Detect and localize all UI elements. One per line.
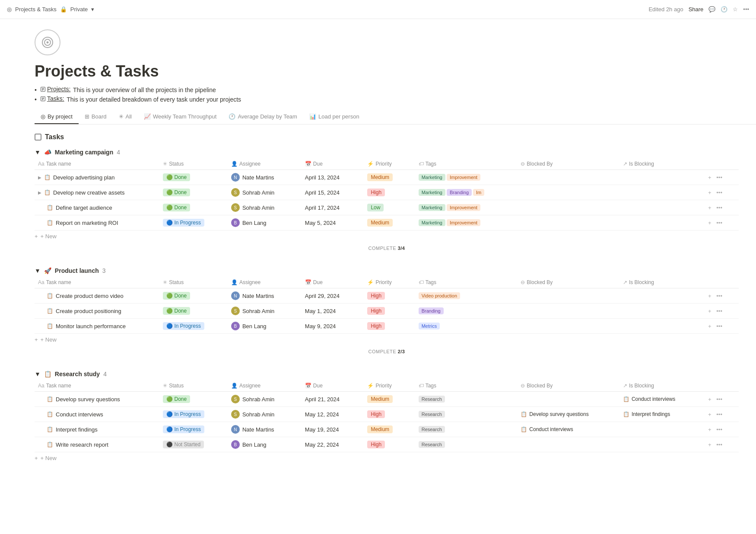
task-name-text[interactable]: Develop survey questions bbox=[56, 396, 120, 403]
task-name-text[interactable]: Develop advertising plan bbox=[53, 174, 114, 181]
more-options-icon[interactable]: ••• bbox=[716, 441, 722, 448]
group-header-2[interactable]: ▼ 📋 Research study 4 bbox=[35, 368, 739, 380]
projects-link[interactable]: Projects: bbox=[47, 86, 70, 93]
priority-badge[interactable]: Medium bbox=[367, 173, 393, 181]
collapse-arrow[interactable]: ▼ bbox=[35, 371, 41, 377]
more-options-icon[interactable]: ••• bbox=[716, 189, 722, 196]
tag[interactable]: Research bbox=[419, 426, 445, 433]
task-name-text[interactable]: Monitor launch performance bbox=[56, 323, 126, 329]
tab-all[interactable]: ✳ All bbox=[113, 110, 138, 124]
status-badge[interactable]: 🟢 Done bbox=[163, 204, 190, 211]
task-name-text[interactable]: Develop new creative assets bbox=[53, 189, 124, 196]
tag[interactable]: Marketing bbox=[419, 204, 445, 211]
more-options-icon[interactable]: ••• bbox=[716, 411, 722, 418]
more-options-icon[interactable]: ••• bbox=[716, 323, 722, 329]
status-badge[interactable]: 🟢 Done bbox=[163, 173, 190, 181]
chevron-down-icon[interactable]: ▾ bbox=[91, 6, 94, 13]
tag[interactable]: Improvement bbox=[447, 174, 480, 181]
more-options-icon[interactable]: ••• bbox=[716, 293, 722, 299]
tag[interactable]: Marketing bbox=[419, 219, 445, 226]
status-badge[interactable]: 🟢 Done bbox=[163, 292, 190, 300]
more-icon[interactable]: ••• bbox=[743, 6, 749, 13]
tag[interactable]: Research bbox=[419, 441, 445, 448]
more-options-icon[interactable]: ••• bbox=[716, 174, 722, 181]
status-badge[interactable]: 🔵 In Progress bbox=[163, 425, 204, 433]
tab-board[interactable]: ⊞ Board bbox=[79, 110, 113, 124]
add-icon[interactable]: + bbox=[708, 174, 712, 181]
add-new-button[interactable]: + + New bbox=[35, 334, 739, 345]
tag[interactable]: Improvement bbox=[447, 219, 480, 226]
priority-badge[interactable]: Medium bbox=[367, 395, 393, 403]
star-icon[interactable]: ☆ bbox=[733, 6, 738, 13]
priority-badge[interactable]: Medium bbox=[367, 219, 393, 227]
desc-tasks: • Tasks: This is your detailed breakdown… bbox=[35, 95, 756, 103]
tag[interactable]: Branding bbox=[419, 307, 444, 314]
more-options-icon[interactable]: ••• bbox=[716, 205, 722, 211]
task-name-text[interactable]: Interpret findings bbox=[56, 426, 98, 433]
tag[interactable]: Improvement bbox=[447, 204, 480, 211]
task-name-text[interactable]: Conduct interviews bbox=[56, 411, 103, 418]
expand-arrow[interactable]: ▶ bbox=[38, 175, 41, 180]
priority-badge[interactable]: High bbox=[367, 410, 385, 418]
add-icon[interactable]: + bbox=[708, 426, 712, 433]
status-badge[interactable]: 🟢 Done bbox=[163, 189, 190, 196]
col-header-tags: 🏷 Tags bbox=[415, 380, 518, 392]
more-options-icon[interactable]: ••• bbox=[716, 308, 722, 314]
tab-load[interactable]: 📊 Load per person bbox=[303, 110, 365, 124]
tab-delay[interactable]: 🕐 Average Delay by Team bbox=[222, 110, 303, 124]
comment-icon[interactable]: 💬 bbox=[708, 6, 715, 13]
tab-by-project[interactable]: ◎ By project bbox=[35, 110, 79, 124]
collapse-arrow[interactable]: ▼ bbox=[35, 149, 41, 156]
tab-weekly[interactable]: 📈 Weekly Team Throughput bbox=[138, 110, 222, 124]
add-new-button[interactable]: + + New bbox=[35, 230, 739, 242]
add-icon[interactable]: + bbox=[708, 220, 712, 226]
add-icon[interactable]: + bbox=[708, 411, 712, 418]
assignee-name: Ben Lang bbox=[242, 441, 267, 448]
priority-badge[interactable]: High bbox=[367, 441, 385, 448]
status-badge[interactable]: 🟢 Done bbox=[163, 307, 190, 315]
status-icon: ✳ bbox=[163, 161, 167, 167]
status-badge[interactable]: 🔵 In Progress bbox=[163, 322, 204, 330]
tag[interactable]: Research bbox=[419, 396, 445, 403]
priority-badge[interactable]: High bbox=[367, 322, 385, 330]
add-icon[interactable]: + bbox=[708, 189, 712, 196]
status-badge[interactable]: 🔵 In Progress bbox=[163, 410, 204, 418]
tag[interactable]: Metrics bbox=[419, 323, 440, 329]
add-icon[interactable]: + bbox=[708, 441, 712, 448]
more-options-icon[interactable]: ••• bbox=[716, 396, 722, 403]
add-icon[interactable]: + bbox=[708, 205, 712, 211]
more-options-icon[interactable]: ••• bbox=[716, 220, 722, 226]
add-icon[interactable]: + bbox=[708, 308, 712, 314]
priority-badge[interactable]: High bbox=[367, 292, 385, 300]
task-name-text[interactable]: Create product positioning bbox=[56, 308, 121, 314]
task-name-text[interactable]: Write research report bbox=[56, 441, 108, 448]
task-name-text[interactable]: Define target audience bbox=[56, 205, 112, 211]
group-header-0[interactable]: ▼ 📣 Marketing campaign 4 bbox=[35, 146, 739, 158]
group-header-1[interactable]: ▼ 🚀 Product launch 3 bbox=[35, 265, 739, 277]
expand-arrow[interactable]: ▶ bbox=[38, 190, 41, 195]
priority-badge[interactable]: Low bbox=[367, 204, 384, 211]
tag[interactable]: Marketing bbox=[419, 174, 445, 181]
more-options-icon[interactable]: ••• bbox=[716, 426, 722, 433]
add-icon[interactable]: + bbox=[708, 323, 712, 329]
share-button[interactable]: Share bbox=[689, 6, 704, 13]
tag[interactable]: Research bbox=[419, 411, 445, 418]
tasks-link[interactable]: Tasks: bbox=[47, 95, 64, 102]
add-new-button[interactable]: + + New bbox=[35, 452, 739, 464]
priority-badge[interactable]: High bbox=[367, 189, 385, 196]
add-icon[interactable]: + bbox=[708, 293, 712, 299]
add-icon[interactable]: + bbox=[708, 396, 712, 403]
task-name-text[interactable]: Create product demo video bbox=[56, 293, 124, 299]
status-badge[interactable]: 🔵 In Progress bbox=[163, 219, 204, 227]
tag[interactable]: Marketing bbox=[419, 189, 445, 196]
status-badge[interactable]: ⚫ Not Started bbox=[163, 441, 204, 448]
collapse-arrow[interactable]: ▼ bbox=[35, 267, 41, 274]
task-name-text[interactable]: Report on marketing ROI bbox=[56, 220, 118, 226]
priority-badge[interactable]: Medium bbox=[367, 425, 393, 433]
tag[interactable]: Video production bbox=[419, 292, 460, 299]
tag[interactable]: Branding bbox=[447, 189, 472, 196]
priority-badge[interactable]: High bbox=[367, 307, 385, 315]
status-badge[interactable]: 🟢 Done bbox=[163, 395, 190, 403]
tag[interactable]: Im bbox=[473, 189, 484, 196]
history-icon[interactable]: 🕐 bbox=[721, 6, 727, 13]
